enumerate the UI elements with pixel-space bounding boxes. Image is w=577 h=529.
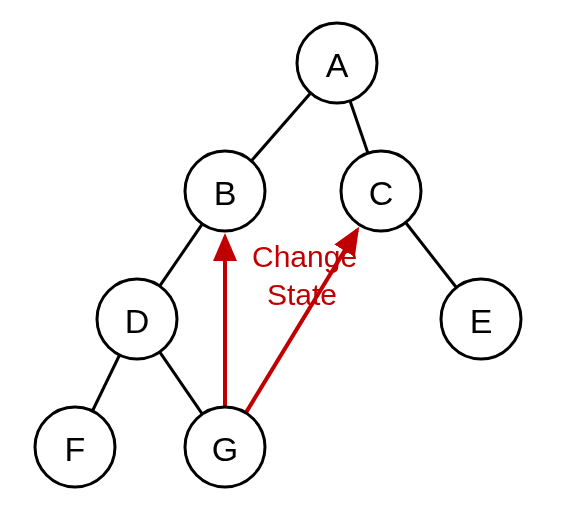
node-label-F: F	[65, 430, 86, 468]
node-G: G	[185, 407, 265, 487]
node-A: A	[297, 23, 377, 103]
edge-A-B	[251, 93, 310, 161]
node-E: E	[441, 279, 521, 359]
node-B: B	[185, 151, 265, 231]
node-label-E: E	[470, 302, 493, 340]
node-D: D	[97, 279, 177, 359]
edge-A-C	[350, 101, 368, 153]
tree-diagram: ABCDEFG Change State	[0, 0, 577, 529]
node-label-C: C	[369, 174, 394, 212]
annotation-line2: State	[267, 278, 337, 311]
edge-D-G	[160, 352, 203, 414]
node-label-A: A	[326, 46, 349, 84]
edge-D-F	[92, 355, 119, 411]
edge-B-D	[160, 224, 203, 286]
node-label-D: D	[125, 302, 150, 340]
annotation-line1: Change	[252, 240, 357, 273]
node-label-G: G	[212, 430, 238, 468]
edge-C-E	[406, 223, 457, 288]
node-C: C	[341, 151, 421, 231]
node-F: F	[35, 407, 115, 487]
annotation-layer: Change State	[252, 240, 357, 311]
node-label-B: B	[214, 174, 237, 212]
